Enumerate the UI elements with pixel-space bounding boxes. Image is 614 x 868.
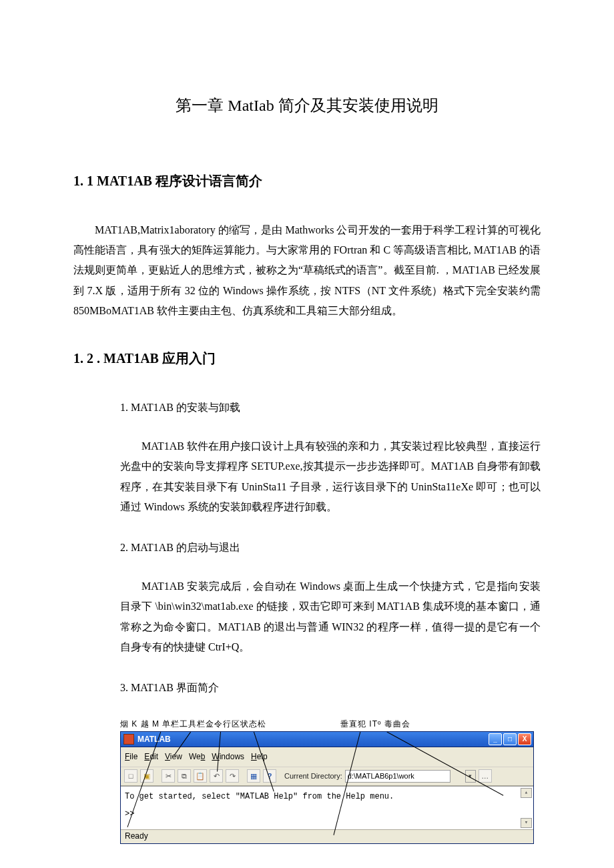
scroll-up-icon[interactable]: ▴ [521,788,532,798]
sec2-item1-heading: 1. MAT1AB 的安装与卸载 [73,398,541,418]
menubar: File Edit View Web Windows Help [121,747,533,767]
directory-dropdown-icon[interactable]: ▾ [465,770,476,783]
command-window[interactable]: ▴ ▾ To get started, select "MATLAB Help"… [121,786,533,829]
figure-label-right: 垂直犯 ITº 毒曲会 [340,717,410,732]
menu-view[interactable]: View [165,749,182,765]
menu-windows[interactable]: Windows [212,749,244,765]
window-maximize-button[interactable]: □ [503,733,517,745]
open-icon[interactable]: ▣ [140,769,154,783]
paste-icon[interactable]: 📋 [194,769,207,783]
section-1-p1: MAT1AB,Matrix1aboratory 的缩写，是由 Mathworks… [73,220,541,322]
cut-icon[interactable]: ✂ [162,769,175,783]
window-minimize-button[interactable]: _ [489,733,502,745]
sec2-item2-p: MAT1AB 安装完成后，会自动在 Windows 桌面上生成一个快捷方式，它是… [73,576,541,658]
window-titlebar: MATLAB _ □ X [121,732,533,747]
redo-icon[interactable]: ↷ [226,769,239,783]
help-icon[interactable]: ? [263,769,276,783]
section-2-heading: 1. 2 . MAT1AB 应用入门 [73,346,541,371]
statusbar: Ready [121,829,533,843]
status-text: Ready [125,829,148,843]
matlab-window: MATLAB _ □ X File Edit View Web Windows … [120,731,534,844]
simulink-icon[interactable]: ▦ [247,769,260,783]
menu-web[interactable]: Web [189,749,205,765]
command-prompt: >> [125,807,529,822]
menu-edit[interactable]: Edit [144,749,158,765]
current-directory-label: Current Directory: [284,769,342,783]
menu-help[interactable]: Help [251,749,268,765]
sec2-item1-p: MAT1AB 软件在用户接口设计上具有较强的亲和力，其安装过程比较典型，直接运行… [73,436,541,518]
current-directory-field[interactable]: d:\MATLAB6p1\work [345,770,450,783]
figure-label-left: 烟 K 越 M 单栏工具栏金令行区状态松 [120,717,266,732]
copy-icon[interactable]: ⧉ [178,769,191,783]
sec2-item2-heading: 2. MAT1AB 的启动与退出 [73,538,541,558]
sec2-item3-heading: 3. MAT1AB 界面简介 [73,678,541,698]
new-file-icon[interactable]: □ [124,769,137,783]
toolbar: □ ▣ ✂ ⧉ 📋 ↶ ↷ ▦ ? Current Directory: d:\… [121,767,533,786]
doc-title: 第一章 MatIab 简介及其安装使用说明 [73,91,541,121]
window-close-button[interactable]: X [518,733,531,745]
app-icon [123,734,134,745]
command-start-message: To get started, select "MATLAB Help" fro… [125,789,529,805]
scroll-down-icon[interactable]: ▾ [521,818,532,828]
figure-annotation-labels: 烟 K 越 M 单栏工具栏金令行区状态松 垂直犯 ITº 毒曲会 [120,717,534,730]
matlab-screenshot-figure: 烟 K 越 M 单栏工具栏金令行区状态松 垂直犯 ITº 毒曲会 MATLAB … [120,717,534,844]
undo-icon[interactable]: ↶ [210,769,223,783]
section-1-heading: 1. 1 MAT1AB 程序设计语言简介 [73,168,541,193]
menu-file[interactable]: File [125,749,137,765]
window-title: MATLAB [137,732,171,747]
directory-browse-button[interactable]: … [479,769,492,783]
